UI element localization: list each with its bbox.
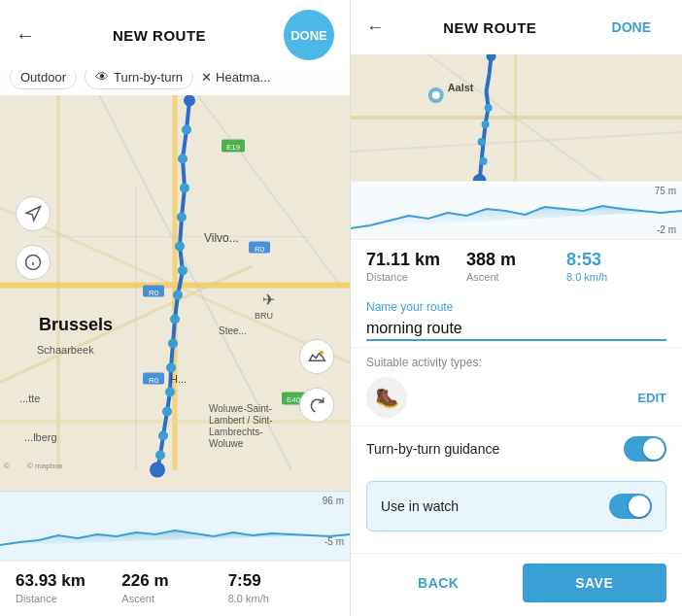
svg-point-12 [150,462,165,478]
svg-point-11 [184,95,195,107]
svg-point-23 [177,213,187,222]
svg-point-26 [182,125,191,135]
edit-activity-button[interactable]: EDIT [637,391,666,405]
info-icon[interactable] [16,245,51,280]
activity-label: Suitable activity types: [366,356,666,369]
heatmap-label: Heatma... [216,70,270,85]
left-distance-value: 63.93 km [16,571,121,591]
back-button[interactable]: BACK [366,564,511,602]
left-back-arrow[interactable]: ← [16,24,35,47]
svg-point-20 [173,291,183,300]
outdoor-label: Outdoor [20,70,66,85]
filter-heatmap[interactable]: ✕ Heatma... [201,70,270,85]
svg-point-19 [170,315,180,325]
right-title: NEW ROUTE [443,19,536,36]
route-name-input[interactable] [366,318,666,341]
svg-text:Lambert / Sint-: Lambert / Sint- [209,415,273,426]
left-ascent-value: 226 m [121,571,227,591]
right-content: Name your route Suitable activity types:… [351,291,682,553]
left-header: ← NEW ROUTE DONE [0,0,350,70]
svg-text:Lambrechts-: Lambrechts- [209,427,263,437]
svg-text:©: © [4,462,10,470]
svg-point-68 [432,91,440,99]
activity-row: 🥾 EDIT [366,377,666,418]
svg-text:H...: H... [170,373,187,385]
right-elevation: 75 m -2 m [351,181,682,239]
right-stat-time: 8:53 8.0 km/h [566,250,666,283]
left-done-button[interactable]: DONE [284,10,334,60]
svg-text:Stee...: Stee... [219,325,247,336]
svg-point-66 [485,104,493,112]
toggle-knob [643,438,665,460]
svg-point-21 [178,266,188,276]
svg-text:E19: E19 [226,143,241,152]
right-time-label: 8.0 km/h [566,271,666,283]
svg-point-17 [166,363,176,373]
turn-by-turn-label: Turn-by-turn [114,70,183,85]
right-elev-max: 75 m [655,186,676,196]
right-stat-ascent: 388 m Ascent [466,250,566,283]
svg-text:...tte: ...tte [19,393,40,404]
left-distance-label: Distance [16,593,121,604]
bottom-actions: BACK SAVE [351,553,682,616]
svg-text:Woluwe: Woluwe [209,438,244,449]
watch-toggle[interactable] [609,494,652,519]
watch-section: Use in watch [366,481,666,531]
svg-point-25 [178,154,188,164]
svg-point-18 [168,339,178,349]
svg-text:Aalst: Aalst [448,82,474,93]
svg-point-64 [478,138,486,146]
right-time-value: 8:53 [566,250,666,270]
left-time-value: 7:59 [228,571,334,591]
right-stat-distance: 71.11 km Distance [366,250,466,283]
right-distance-value: 71.11 km [366,250,466,270]
svg-text:Vilvo...: Vilvo... [204,231,239,245]
right-map[interactable]: Aalst [351,54,682,181]
svg-point-15 [162,407,172,417]
route-name-label: Name your route [366,300,666,314]
svg-marker-51 [26,207,40,221]
svg-text:Woluwe-Saint-: Woluwe-Saint- [209,403,272,414]
save-button[interactable]: SAVE [523,564,667,602]
svg-point-13 [155,451,165,461]
svg-point-14 [158,431,168,441]
activity-section: Suitable activity types: 🥾 EDIT [351,347,682,426]
left-stat-distance: 63.93 km Distance [16,571,121,604]
navigate-icon[interactable] [16,196,51,231]
watch-label: Use in watch [381,498,459,514]
turn-by-turn-section: Turn-by-turn guidance [351,426,682,471]
left-time-label: 8.0 km/h [228,593,334,604]
left-title: NEW ROUTE [113,27,206,44]
watch-row: Use in watch [381,494,652,519]
svg-text:...lberg: ...lberg [24,431,57,443]
watch-toggle-knob [629,496,650,517]
brussels-label: Brussels [39,315,113,335]
svg-point-55 [320,351,324,355]
svg-point-16 [165,388,175,397]
right-elev-min: -2 m [657,224,676,235]
svg-point-65 [482,120,490,128]
svg-text:R0: R0 [149,289,159,297]
right-back-arrow[interactable]: ← [366,17,384,38]
turn-by-turn-toggle[interactable] [624,436,666,462]
activity-icon: 🥾 [366,377,407,418]
left-panel: ← NEW ROUTE DONE Outdoor 👁 Turn-by-turn … [0,0,350,616]
svg-point-22 [175,242,185,252]
left-map[interactable]: ✈ BRU R0 R0 R0 E19 E40 Vilvo... Stee... … [0,70,350,491]
terrain-icon[interactable] [299,339,334,374]
route-name-section: Name your route [351,291,682,347]
redo-icon[interactable] [299,388,334,423]
right-stats: 71.11 km Distance 388 m Ascent 8:53 8.0 … [351,239,682,291]
left-stat-ascent: 226 m Ascent [121,571,227,604]
right-ascent-label: Ascent [466,271,566,283]
right-ascent-value: 388 m [466,250,566,270]
svg-text:R0: R0 [255,245,265,254]
right-header: ← NEW ROUTE DONE [351,0,682,54]
right-done-button[interactable]: DONE [597,10,666,45]
left-elevation: 96 m -5 m [0,491,350,561]
left-stat-time: 7:59 8.0 km/h [228,571,334,604]
svg-text:✈: ✈ [262,291,275,308]
svg-text:Schaarbeek: Schaarbeek [37,344,94,356]
turn-by-turn-row: Turn-by-turn guidance [366,436,666,462]
left-elev-min: -5 m [324,536,344,547]
